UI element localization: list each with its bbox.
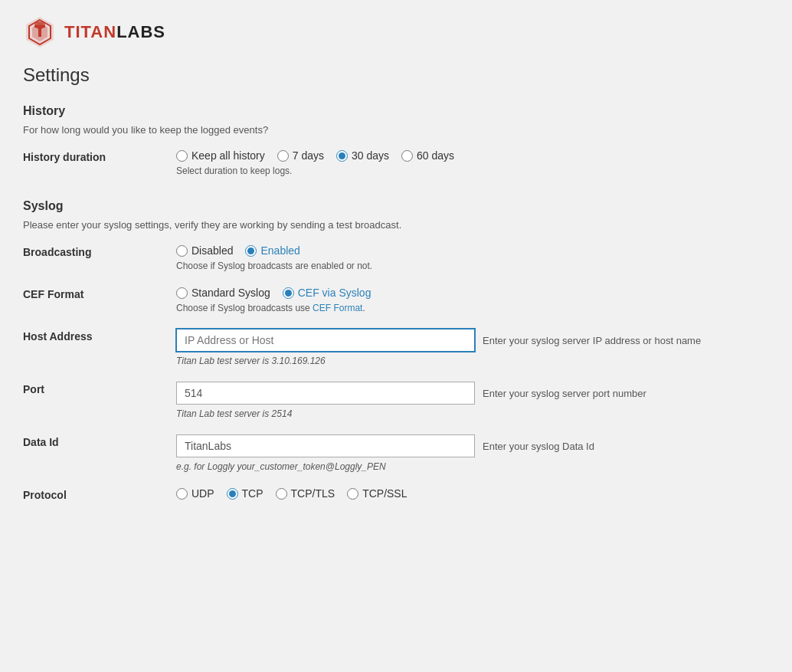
port-side-label: Enter your syslog server port number (483, 388, 646, 399)
cef-standard-syslog-label: Standard Syslog (191, 287, 270, 299)
port-label: Port (23, 382, 176, 395)
history-7days-label: 7 days (293, 149, 324, 162)
titan-labs-logo-icon (23, 15, 57, 49)
cef-format-options: Standard Syslog CEF via Syslog (176, 287, 769, 299)
protocol-tcp-ssl-option[interactable]: TCP/SSL (347, 487, 407, 500)
cef-format-row: CEF Format Standard Syslog CEF via Syslo… (23, 287, 769, 313)
protocol-tcp-radio[interactable] (227, 488, 238, 500)
logo-area: TITANLABS (23, 15, 769, 49)
page-title: Settings (23, 64, 769, 86)
broadcasting-disabled-radio[interactable] (176, 245, 188, 257)
host-address-hint: Titan Lab test server is 3.10.169.126 (176, 356, 769, 366)
history-60days-radio[interactable] (401, 150, 413, 162)
protocol-tcp-tls-radio[interactable] (276, 488, 287, 500)
protocol-row: Protocol UDP TCP TCP/TLS (23, 487, 769, 501)
host-address-content: Enter your syslog server IP address or h… (176, 329, 769, 366)
cef-format-hint: Choose if Syslog broadcasts use CEF Form… (176, 303, 769, 313)
cef-via-syslog-radio[interactable] (283, 287, 294, 299)
protocol-tcp-tls-label: TCP/TLS (291, 487, 335, 500)
data-id-hint: e.g. for Loggly your_customer_token@Logg… (176, 461, 769, 472)
broadcasting-enabled-label: Enabled (260, 244, 299, 257)
history-60days-option[interactable]: 60 days (401, 149, 454, 162)
host-address-row: Host Address Enter your syslog server IP… (23, 329, 769, 366)
protocol-udp-label: UDP (191, 487, 214, 500)
history-30days-label: 30 days (352, 149, 389, 162)
protocol-udp-radio[interactable] (176, 488, 188, 500)
broadcasting-enabled-option[interactable]: Enabled (245, 244, 299, 257)
data-id-row: Data Id Enter your syslog Data Id e.g. f… (23, 434, 769, 472)
broadcasting-label: Broadcasting (23, 244, 176, 258)
logo-labs: LABS (116, 22, 165, 41)
data-id-side-label: Enter your syslog Data Id (483, 441, 594, 452)
protocol-tcp-label: TCP (242, 487, 263, 500)
cef-format-content: Standard Syslog CEF via Syslog Choose if… (176, 287, 769, 313)
broadcasting-row: Broadcasting Disabled Enabled Choose if … (23, 244, 769, 271)
cef-format-hint-link[interactable]: CEF Format (313, 303, 362, 313)
cef-format-label: CEF Format (23, 287, 176, 300)
broadcasting-enabled-radio[interactable] (245, 245, 257, 257)
host-address-label: Host Address (23, 329, 176, 343)
protocol-tcp-ssl-label: TCP/SSL (362, 487, 407, 500)
broadcasting-disabled-option[interactable]: Disabled (176, 244, 233, 257)
logo-text: TITANLABS (64, 22, 165, 42)
history-keep-all-option[interactable]: Keep all history (176, 149, 265, 162)
cef-standard-syslog-option[interactable]: Standard Syslog (176, 287, 270, 299)
protocol-label: Protocol (23, 487, 176, 501)
protocol-content: UDP TCP TCP/TLS TCP/SSL (176, 487, 769, 500)
history-keep-all-label: Keep all history (191, 149, 265, 162)
cef-via-syslog-option[interactable]: CEF via Syslog (283, 287, 371, 299)
port-hint: Titan Lab test server is 2514 (176, 408, 769, 419)
logo-titan: TITAN (64, 22, 116, 41)
cef-standard-syslog-radio[interactable] (176, 287, 188, 299)
data-id-label: Data Id (23, 434, 176, 448)
history-duration-options: Keep all history 7 days 30 days 60 days (176, 149, 769, 162)
protocol-options: UDP TCP TCP/TLS TCP/SSL (176, 487, 769, 500)
protocol-udp-option[interactable]: UDP (176, 487, 214, 500)
history-7days-radio[interactable] (277, 150, 289, 162)
history-section-description: For how long would you like to keep the … (23, 124, 769, 136)
history-30days-radio[interactable] (336, 150, 348, 162)
history-section: History For how long would you like to k… (23, 104, 769, 176)
data-id-input[interactable] (176, 434, 475, 457)
protocol-tcp-option[interactable]: TCP (227, 487, 263, 500)
port-input-group: Enter your syslog server port number (176, 382, 769, 405)
protocol-tcp-ssl-radio[interactable] (347, 488, 358, 500)
history-duration-label: History duration (23, 149, 176, 163)
host-address-side-label: Enter your syslog server IP address or h… (483, 335, 701, 346)
history-keep-all-radio[interactable] (176, 150, 188, 162)
history-section-title: History (23, 104, 769, 118)
history-60days-label: 60 days (417, 149, 454, 162)
port-row: Port Enter your syslog server port numbe… (23, 382, 769, 419)
history-duration-row: History duration Keep all history 7 days… (23, 149, 769, 176)
host-address-input-group: Enter your syslog server IP address or h… (176, 329, 769, 352)
syslog-section-title: Syslog (23, 199, 769, 213)
svg-point-5 (34, 21, 45, 29)
history-30days-option[interactable]: 30 days (336, 149, 389, 162)
cef-via-syslog-label: CEF via Syslog (298, 287, 371, 299)
data-id-content: Enter your syslog Data Id e.g. for Loggl… (176, 434, 769, 472)
port-content: Enter your syslog server port number Tit… (176, 382, 769, 419)
broadcasting-disabled-label: Disabled (191, 244, 233, 257)
syslog-section: Syslog Please enter your syslog settings… (23, 199, 769, 501)
host-address-input[interactable] (176, 329, 475, 352)
history-7days-option[interactable]: 7 days (277, 149, 324, 162)
history-duration-content: Keep all history 7 days 30 days 60 days (176, 149, 769, 176)
data-id-input-group: Enter your syslog Data Id (176, 434, 769, 457)
port-input[interactable] (176, 382, 475, 405)
history-duration-hint: Select duration to keep logs. (176, 166, 769, 176)
protocol-tcp-tls-option[interactable]: TCP/TLS (276, 487, 335, 500)
syslog-section-description: Please enter your syslog settings, verif… (23, 219, 769, 231)
broadcasting-hint: Choose if Syslog broadcasts are enabled … (176, 261, 769, 271)
broadcasting-content: Disabled Enabled Choose if Syslog broadc… (176, 244, 769, 271)
broadcasting-options: Disabled Enabled (176, 244, 769, 257)
